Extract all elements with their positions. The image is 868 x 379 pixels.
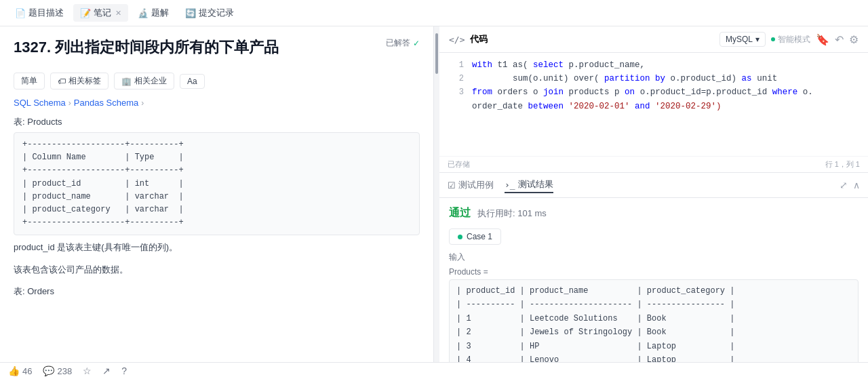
line-num-3: 3 bbox=[445, 85, 464, 99]
result-table: | product_id | product_name | product_ca… bbox=[449, 279, 859, 362]
code-panel-title: 代码 bbox=[470, 33, 488, 45]
bookmark-icon[interactable]: 🔖 bbox=[816, 33, 829, 46]
kw-between: between bbox=[528, 102, 564, 111]
table1-schema: +--------------------+----------+ | Colu… bbox=[14, 132, 420, 235]
code-product-name: p.product_name, bbox=[569, 60, 646, 70]
code-line-2: 2 sum(o.unit) over( partition by o.produ… bbox=[439, 72, 868, 85]
smart-mode-dot bbox=[771, 37, 775, 41]
bottom-panel: ☑ 测试用例 ›_ 测试结果 ⤢ ∧ 通过 执行用时: 101 ms bbox=[439, 172, 868, 362]
code-line-4: order_date between '2020-02-01' and '202… bbox=[439, 100, 868, 113]
share-icon: ↗ bbox=[102, 365, 111, 376]
table-row: | 2 | Jewels of Stringology | Book | bbox=[456, 325, 851, 339]
tab-submissions[interactable]: 🔄 提交记录 bbox=[178, 4, 241, 22]
notes-tab-label: 笔记 bbox=[94, 7, 111, 19]
right-panel: </> 代码 MySQL ▾ 智能模式 🔖 ↶ ⚙ bbox=[439, 26, 868, 362]
bottom-content: 通过 执行用时: 101 ms Case 1 输入 Products = | p… bbox=[439, 198, 868, 362]
table-row: | 1 | Leetcode Solutions | Book | bbox=[456, 312, 851, 325]
related-tags-label: 相关标签 bbox=[68, 75, 101, 87]
pandas-schema-link[interactable]: Pandas Schema bbox=[74, 98, 138, 108]
pass-text: 通过 bbox=[449, 206, 471, 220]
table2-label: 表: Orders bbox=[14, 285, 420, 298]
code-product-id: o.product_id) bbox=[671, 74, 742, 83]
code-line-3: 3 from orders o join products p on o.pro… bbox=[439, 85, 868, 99]
test-cases-label: 测试用例 bbox=[458, 179, 494, 191]
test-cases-icon: ☑ bbox=[448, 180, 456, 191]
schema-arrow-1: › bbox=[68, 98, 71, 108]
solution-tab-label: 题解 bbox=[151, 7, 169, 19]
tab-notes[interactable]: 📝 笔记 ✕ bbox=[73, 4, 128, 22]
test-results-label: 测试结果 bbox=[518, 178, 553, 191]
schema-navigation: SQL Schema › Pandas Schema › bbox=[14, 98, 420, 108]
comments-count: 238 bbox=[57, 366, 72, 376]
tag-row: 简单 🏷 相关标签 🏢 相关企业 Aa bbox=[14, 73, 420, 89]
bottom-status-bar: 👍 46 💬 238 ☆ ↗ ? bbox=[0, 362, 868, 379]
editor-status: 已存储 行 1，列 1 bbox=[439, 156, 868, 172]
kw-partition: partition by bbox=[604, 74, 665, 83]
table1-desc1: product_id 是该表主键(具有唯一值的列)。 bbox=[14, 241, 420, 255]
table-row: | 4 | Lenovo | Laptop | bbox=[456, 353, 851, 362]
code-orders: orders o bbox=[498, 87, 544, 97]
toolbar-icons: 🔖 ↶ ⚙ bbox=[816, 33, 859, 46]
star-icon: ☆ bbox=[83, 365, 92, 376]
bottom-header-icons: ⤢ ∧ bbox=[840, 180, 860, 191]
related-companies-label: 相关企业 bbox=[134, 75, 167, 87]
submissions-tab-icon: 🔄 bbox=[185, 8, 196, 18]
line-content-2: sum(o.unit) over( partition by o.product… bbox=[472, 72, 777, 85]
related-companies-button[interactable]: 🏢 相关企业 bbox=[114, 73, 174, 89]
case1-label: Case 1 bbox=[467, 232, 492, 241]
top-navigation: 📄 题目描述 📝 笔记 ✕ 🔬 题解 🔄 提交记录 bbox=[0, 0, 868, 26]
table-label: Products = bbox=[449, 267, 859, 277]
code-date2: '2020-02-29') bbox=[655, 102, 722, 111]
code-toolbar: MySQL ▾ 智能模式 🔖 ↶ ⚙ bbox=[719, 32, 859, 47]
tab-description[interactable]: 📄 题目描述 bbox=[8, 4, 71, 22]
code-products-p: products p bbox=[569, 87, 625, 97]
settings-icon[interactable]: ⚙ bbox=[849, 33, 859, 46]
db-name: MySQL bbox=[726, 35, 753, 44]
schema-arrow-2: › bbox=[141, 98, 144, 108]
kw-with: with bbox=[472, 60, 492, 70]
code-join-cond: o.product_id=p.product_id bbox=[640, 87, 772, 97]
difficulty-button[interactable]: 简单 bbox=[14, 73, 45, 89]
undo-icon[interactable]: ↶ bbox=[835, 33, 844, 46]
code-where-col: o. bbox=[803, 87, 813, 97]
company-icon: 🏢 bbox=[121, 77, 132, 86]
share-item[interactable]: ↗ bbox=[102, 365, 111, 376]
tab-test-cases[interactable]: ☑ 测试用例 bbox=[448, 177, 494, 193]
db-selector[interactable]: MySQL ▾ bbox=[719, 32, 766, 47]
tab-solution[interactable]: 🔬 题解 bbox=[131, 4, 176, 22]
likes-item[interactable]: 👍 46 bbox=[8, 365, 32, 376]
code-sum-start: sum(o.unit) over( bbox=[472, 74, 599, 83]
help-item[interactable]: ? bbox=[121, 365, 127, 376]
font-size-button[interactable]: Aa bbox=[180, 74, 205, 89]
tab-test-results[interactable]: ›_ 测试结果 bbox=[505, 177, 553, 193]
exec-time: 执行用时: 101 ms bbox=[477, 207, 547, 220]
description-tab-label: 题目描述 bbox=[28, 7, 64, 19]
scroll-thumb bbox=[435, 33, 438, 74]
scroll-rail[interactable] bbox=[434, 26, 439, 362]
kw-select: select bbox=[533, 60, 564, 70]
tag-icon: 🏷 bbox=[58, 77, 66, 86]
smart-mode-label: 智能模式 bbox=[778, 34, 810, 45]
table-row: | ---------- | --------------------- | -… bbox=[456, 298, 851, 311]
notes-tab-close[interactable]: ✕ bbox=[115, 9, 121, 18]
table-row: | product_id | product_name | product_ca… bbox=[456, 284, 851, 298]
sql-schema-link[interactable]: SQL Schema bbox=[14, 98, 66, 108]
case1-dot bbox=[458, 235, 462, 239]
terminal-icon: ›_ bbox=[505, 180, 515, 190]
line-num-2: 2 bbox=[445, 72, 464, 85]
expand-icon[interactable]: ⤢ bbox=[840, 180, 848, 191]
case1-button[interactable]: Case 1 bbox=[449, 228, 501, 245]
table1-desc2: 该表包含该公司产品的数据。 bbox=[14, 263, 420, 277]
code-editor[interactable]: 1 with t1 as( select p.product_name, 2 s… bbox=[439, 53, 868, 156]
bottom-tabs: ☑ 测试用例 ›_ 测试结果 bbox=[448, 177, 553, 193]
smart-mode: 智能模式 bbox=[771, 34, 810, 45]
solved-text: 已解答 bbox=[386, 37, 410, 49]
code-unit: unit bbox=[757, 74, 777, 83]
collapse-icon[interactable]: ∧ bbox=[853, 180, 860, 191]
problem-title: 1327. 列出指定时间段内所有的下单产品 bbox=[14, 37, 279, 58]
comments-item[interactable]: 💬 238 bbox=[43, 365, 72, 376]
solution-tab-icon: 🔬 bbox=[138, 8, 149, 18]
related-tags-button[interactable]: 🏷 相关标签 bbox=[50, 73, 108, 89]
code-order-date: order_date bbox=[472, 102, 528, 111]
star-item[interactable]: ☆ bbox=[83, 365, 92, 376]
